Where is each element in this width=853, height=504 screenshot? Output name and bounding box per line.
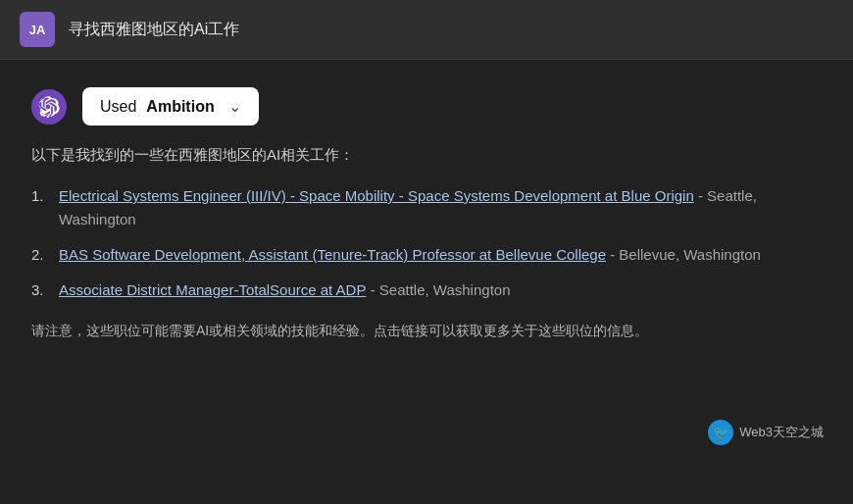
job-link-2[interactable]: BAS Software Development, Assistant (Ten…	[59, 246, 606, 263]
job-link-1[interactable]: Electrical Systems Engineer (III/IV) - S…	[59, 187, 694, 204]
watermark-icon: 🐦	[708, 420, 733, 445]
used-label-pre: Used	[100, 98, 136, 116]
job-num: 3.	[31, 278, 49, 302]
list-item: 1. Electrical Systems Engineer (III/IV) …	[31, 184, 822, 231]
job-text-1: Electrical Systems Engineer (III/IV) - S…	[59, 184, 822, 231]
job-location-2: - Bellevue, Washington	[606, 246, 761, 263]
job-num: 1.	[31, 184, 49, 231]
main-content: Used Ambition ⌄ 以下是我找到的一些在西雅图地区的AI相关工作： …	[0, 60, 853, 371]
top-bar: JA 寻找西雅图地区的Ai工作	[0, 0, 853, 60]
watermark: 🐦 Web3天空之城	[708, 420, 824, 445]
intro-text: 以下是我找到的一些在西雅图地区的AI相关工作：	[31, 143, 822, 167]
job-text-3: Associate District Manager-TotalSource a…	[59, 278, 511, 302]
ai-row: Used Ambition ⌄	[31, 87, 822, 126]
ai-icon	[31, 89, 67, 125]
list-item: 3. Associate District Manager-TotalSourc…	[31, 278, 822, 302]
job-text-2: BAS Software Development, Assistant (Ten…	[59, 243, 761, 267]
used-ambition-button[interactable]: Used Ambition ⌄	[82, 87, 259, 126]
response-section: 以下是我找到的一些在西雅图地区的AI相关工作： 1. Electrical Sy…	[31, 143, 822, 343]
chevron-down-icon: ⌄	[228, 97, 241, 116]
used-label-bold: Ambition	[146, 98, 214, 116]
job-num: 2.	[31, 243, 49, 267]
page-title: 寻找西雅图地区的Ai工作	[69, 20, 239, 40]
job-list: 1. Electrical Systems Engineer (III/IV) …	[31, 184, 822, 302]
job-link-3[interactable]: Associate District Manager-TotalSource a…	[59, 281, 366, 298]
avatar: JA	[20, 12, 55, 47]
watermark-text: Web3天空之城	[739, 424, 824, 441]
job-location-3: - Seattle, Washington	[366, 281, 510, 298]
footer-note: 请注意，这些职位可能需要AI或相关领域的技能和经验。点击链接可以获取更多关于这些…	[31, 320, 822, 343]
list-item: 2. BAS Software Development, Assistant (…	[31, 243, 822, 267]
